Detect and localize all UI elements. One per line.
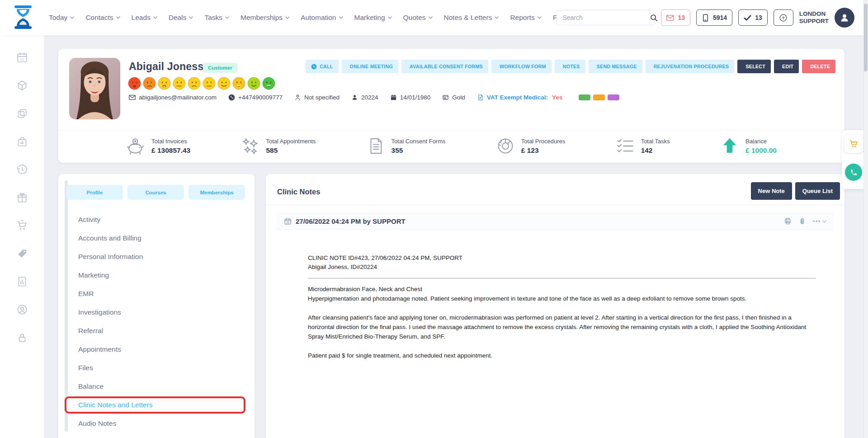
stat-value: £ 123 [521,146,566,155]
vat-exempt-status: VAT Exempt Medical: Yes [477,94,563,101]
contact-value: Not specified [304,94,340,101]
rating-face[interactable] [128,77,141,90]
sidebar-menu-item[interactable]: Drinks [58,433,255,438]
paperclip-icon[interactable] [798,217,806,225]
nav-item[interactable]: Marketing [354,14,392,22]
profile-action-button[interactable]: DELETE [802,60,835,73]
sidebar-menu-item[interactable]: Audio Notes [58,414,255,433]
sidebar-tab[interactable]: Memberships [189,185,245,200]
sidebar-menu-item[interactable]: Files [58,358,255,377]
profile-action-button[interactable]: AVAILABLE CONSENT FORMS [401,60,488,73]
nav-item[interactable]: Notes & Letters [444,14,499,22]
profile-action-button[interactable]: EDIT [774,60,799,73]
help-button[interactable]: ? [774,9,793,26]
user-avatar[interactable] [835,8,854,28]
sidebar-menu-item[interactable]: Activity [58,210,255,229]
contact-value: +447490009777 [238,94,283,101]
note-more-menu[interactable]: ••• [813,218,826,225]
sidebar-menu-item[interactable]: Investigations [58,303,255,321]
profile-action-button[interactable]: NOTES [555,60,585,73]
chevron-down-icon [388,16,392,19]
rating-face[interactable] [158,77,171,90]
nav-item[interactable]: Today [49,14,74,22]
stat-value: £ 130857.43 [151,146,190,155]
header-badge[interactable]: 13 [661,9,690,26]
copy-icon[interactable] [16,108,28,119]
calendar-icon[interactable]: 12 [16,52,28,63]
nav-item[interactable]: Memberships [241,14,289,22]
profile-action-button[interactable]: SEND MESSAGE [589,60,642,73]
lock-icon[interactable] [16,332,28,344]
membership-icon [442,94,449,101]
nav-item[interactable]: Contacts [85,14,120,22]
color-tag[interactable] [608,94,619,100]
chevron-down-icon [116,16,120,19]
consent-icon [366,137,385,155]
profile-action-button[interactable]: REJUVENATION PROCEDURES [646,60,735,73]
rating-face[interactable] [203,77,216,90]
profile-action-button[interactable]: SELECT [737,60,771,73]
gift-icon[interactable] [16,192,28,203]
profile-photo [69,58,120,119]
sidebar-menu-item[interactable]: Appointments [58,340,255,358]
sidebar-menu-item[interactable]: EMR [58,284,255,303]
rating-face[interactable] [173,77,186,90]
rating-face[interactable] [262,77,275,90]
header-right-cluster: 13 5914 13 ? LONDON SUPPORT [557,0,854,35]
sidebar-menu-item[interactable]: Balance [58,377,255,396]
search-input[interactable] [557,14,650,21]
nav-item[interactable]: Leads [132,14,157,22]
profile-sidebar-card: Profile Courses Memberships Activity Acc… [58,174,255,438]
support-icon[interactable] [16,304,28,316]
nav-item[interactable]: Automation [301,14,343,22]
package-icon[interactable] [16,80,28,91]
header-badge[interactable]: 13 [738,9,768,26]
nav-item-label: Deals [169,14,187,22]
stat-item: Balance £ 1000.00 [720,137,777,155]
clinic-notes-actions: New Note Queue List [751,182,840,200]
nav-item-label: Tasks [204,14,222,22]
rating-face[interactable] [188,77,201,90]
floating-cart-button[interactable] [844,135,863,153]
profile-action-button[interactable]: ONLINE MEETING [342,60,398,73]
nav-item[interactable]: Reports [510,14,541,22]
rating-face[interactable] [143,77,156,90]
tag-icon[interactable] [16,248,28,259]
rating-face[interactable] [232,77,245,90]
scrollbar-thumb[interactable] [864,4,868,71]
rating-face[interactable] [247,77,260,90]
search-icon[interactable] [650,10,658,25]
profile-action-button[interactable]: WORKFLOW FORM [491,60,552,73]
order-bag-icon[interactable] [16,136,28,147]
notes-action-button[interactable]: Queue List [795,182,840,200]
cart-icon[interactable] [16,220,28,231]
floating-call-button[interactable] [845,164,862,181]
sidebar-menu-item[interactable]: Personal Information [58,247,255,266]
color-tag[interactable] [593,94,605,100]
tasks-icon [616,137,635,155]
mail-icon [666,14,674,22]
profile-action-button[interactable]: CALL [306,60,338,73]
check-icon [744,14,751,22]
top-header: Today Contacts Leads Deals Tasks [0,0,868,35]
sidebar-tab[interactable]: Profile [66,185,123,200]
report-icon[interactable] [16,276,28,287]
notes-action-button[interactable]: New Note [751,182,792,200]
note-content: CLINIC NOTE ID#423, 27/06/2022 04:24 PM,… [308,254,816,360]
printer-icon[interactable] [784,217,792,225]
sidebar-menu-item[interactable]: Referral [58,321,255,340]
sidebar-tab[interactable]: Courses [127,185,184,200]
nav-item[interactable]: Quotes [403,14,433,22]
history-icon[interactable] [16,164,28,175]
rating-face[interactable] [217,77,231,90]
app-logo[interactable] [12,5,34,31]
nav-item[interactable]: Deals [169,14,193,22]
color-tag[interactable] [579,94,590,100]
sidebar-menu-item[interactable]: Clinic Notes and Letters [65,396,245,414]
sidebar-menu-item[interactable]: Accounts and Billing [58,229,255,247]
sidebar-menu-item[interactable]: Marketing [58,266,255,284]
sparkle-icon [241,137,259,155]
header-badge[interactable]: 5914 [696,9,732,26]
nav-item[interactable]: Tasks [204,14,229,22]
contact-item: +447490009777 [228,94,283,101]
